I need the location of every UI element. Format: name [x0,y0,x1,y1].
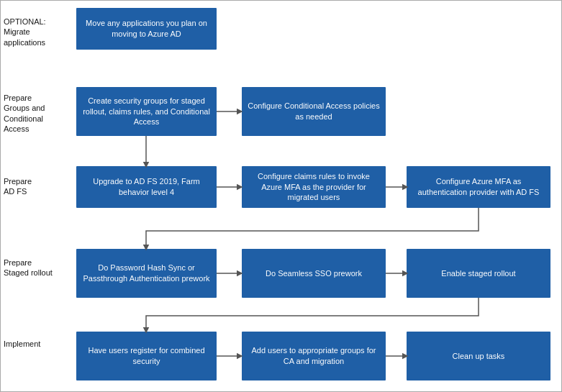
box-register-users: Have users register for combined securit… [76,332,217,380]
box-cleanup: Clean up tasks [407,332,550,380]
box-password-hash: Do Password Hash Sync or Passthrough Aut… [76,249,217,298]
box-create-groups: Create security groups for staged rollou… [76,87,217,136]
label-prepare-staged: Prepare Staged rollout [4,257,70,278]
box-claims-rules: Configure claims rules to invoke Azure M… [242,166,386,208]
box-azure-mfa-adfs: Configure Azure MFA as authentication pr… [407,166,550,208]
box-upgrade-adfs: Upgrade to AD FS 2019, Farm behavior lev… [76,166,217,208]
label-prepare-adfs: Prepare AD FS [4,176,70,197]
label-prepare-groups: Prepare Groups and Conditional Access [4,93,70,134]
label-optional: OPTIONAL: Migrate applications [4,17,70,47]
box-seamless-sso: Do Seamless SSO prework [242,249,386,298]
box-add-users-groups: Add users to appropriate groups for CA a… [242,332,386,380]
label-implement: Implement [4,339,70,349]
box-migrate-apps: Move any applications you plan on moving… [76,8,217,50]
box-enable-staged: Enable staged rollout [407,249,550,298]
diagram-container: OPTIONAL: Migrate applications Prepare G… [0,0,562,392]
box-configure-ca: Configure Conditional Access policies as… [242,87,386,136]
